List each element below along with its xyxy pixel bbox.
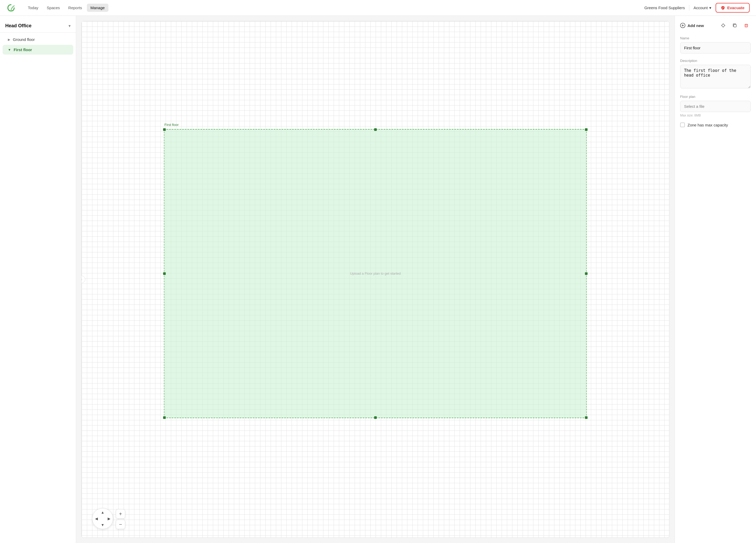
ground-floor-chevron-icon: ▶	[8, 38, 10, 41]
office-dropdown-icon[interactable]: ▾	[69, 23, 71, 28]
app-logo	[6, 3, 16, 13]
nav-spaces[interactable]: Spaces	[43, 4, 64, 12]
zoom-controls: + −	[116, 509, 125, 529]
sidebar: Head Office ▾ ▶ Ground floor ▼ First flo…	[0, 16, 76, 543]
name-input[interactable]	[680, 42, 751, 54]
zone-handle-mid-left[interactable]	[163, 272, 166, 275]
description-input[interactable]: The first floor of the head office	[680, 65, 751, 88]
svg-rect-9	[745, 24, 748, 27]
crosshair-button[interactable]	[719, 21, 728, 30]
account-label: Account	[694, 6, 708, 10]
description-label: Description	[680, 59, 751, 63]
zone-handle-bot-mid[interactable]	[374, 416, 377, 419]
trash-icon	[744, 23, 749, 28]
floor-plan-label: Floor plan	[680, 95, 751, 99]
nav-today[interactable]: Today	[24, 4, 42, 12]
pan-up-button[interactable]: ▲	[100, 509, 106, 515]
floor-plan-input[interactable]	[680, 101, 751, 112]
map-controls: ▲ ▼ ◀ ▶ + −	[92, 508, 125, 529]
sidebar-item-ground-floor[interactable]: ▶ Ground floor	[3, 35, 73, 44]
floor-zone-label: First floor	[164, 123, 179, 127]
right-panel: Add new	[675, 16, 756, 543]
zoom-out-button[interactable]: −	[116, 520, 125, 529]
evacuate-button[interactable]: Evacuate	[716, 3, 750, 13]
zone-handle-top-left[interactable]	[163, 128, 166, 131]
shield-icon	[721, 6, 725, 10]
nav-manage[interactable]: Manage	[87, 4, 108, 12]
account-chevron-icon: ▾	[709, 6, 711, 10]
floor-zone[interactable]: First floor Upload a Floor plan to get s…	[164, 129, 587, 418]
zone-handle-mid-right[interactable]	[585, 272, 588, 275]
panel-toolbar: Add new	[680, 21, 751, 30]
canvas-grid: First floor Upload a Floor plan to get s…	[82, 21, 669, 537]
ground-floor-label: Ground floor	[13, 37, 35, 42]
company-name: Greens Food Suppliers	[644, 6, 685, 10]
zone-handle-bot-right[interactable]	[585, 416, 588, 419]
zone-handle-top-right[interactable]	[585, 128, 588, 131]
main-nav: Today Spaces Reports Manage	[24, 4, 108, 12]
pan-down-button[interactable]: ▼	[100, 522, 106, 528]
app-header: Today Spaces Reports Manage Greens Food …	[0, 0, 756, 16]
plus-circle-icon	[680, 23, 685, 28]
canvas-area: ‹ First floor Upload a Floor plan to get…	[76, 16, 675, 543]
duplicate-button[interactable]	[730, 21, 739, 30]
first-floor-chevron-icon: ▼	[8, 48, 11, 52]
pan-left-button[interactable]: ◀	[93, 516, 99, 521]
pan-control: ▲ ▼ ◀ ▶	[92, 508, 113, 529]
zone-handle-bot-left[interactable]	[163, 416, 166, 419]
nav-reports[interactable]: Reports	[65, 4, 86, 12]
canvas-container: ‹ First floor Upload a Floor plan to get…	[81, 21, 669, 538]
zone-capacity-label: Zone has max capacity	[687, 123, 728, 127]
name-field-group: Name	[680, 36, 751, 54]
panel-action-icons	[719, 21, 751, 30]
svg-rect-8	[734, 24, 736, 27]
evacuate-label: Evacuate	[727, 6, 744, 10]
header-right: Greens Food Suppliers Account ▾ Evacuate	[644, 3, 750, 13]
floor-plan-field-group: Floor plan Max size: 8MB	[680, 95, 751, 117]
zone-handle-top-mid[interactable]	[374, 128, 377, 131]
sidebar-office: Head Office ▾	[0, 21, 76, 33]
first-floor-label: First floor	[14, 48, 32, 52]
zone-capacity-row: Zone has max capacity	[680, 123, 751, 127]
office-name: Head Office	[5, 23, 31, 29]
sidebar-item-first-floor[interactable]: ▼ First floor	[3, 45, 73, 55]
add-new-label: Add new	[687, 23, 704, 28]
crosshair-icon	[721, 23, 726, 28]
account-button[interactable]: Account ▾	[694, 6, 711, 10]
delete-button[interactable]	[742, 21, 751, 30]
add-new-button[interactable]: Add new	[680, 23, 704, 28]
svg-point-3	[722, 24, 725, 27]
name-label: Name	[680, 36, 751, 40]
zoom-in-button[interactable]: +	[116, 509, 125, 519]
duplicate-icon	[732, 23, 737, 28]
description-field-group: Description The first floor of the head …	[680, 59, 751, 90]
main-layout: Head Office ▾ ▶ Ground floor ▼ First flo…	[0, 16, 756, 543]
upload-hint: Upload a Floor plan to get started	[350, 272, 401, 275]
zone-capacity-checkbox[interactable]	[680, 123, 685, 127]
collapse-icon: ‹	[81, 277, 82, 281]
zone-capacity-group: Zone has max capacity	[680, 123, 751, 127]
pan-right-button[interactable]: ▶	[106, 516, 112, 521]
header-divider	[689, 5, 689, 11]
file-size-hint: Max size: 8MB	[680, 114, 751, 117]
header-left: Today Spaces Reports Manage	[6, 3, 108, 13]
